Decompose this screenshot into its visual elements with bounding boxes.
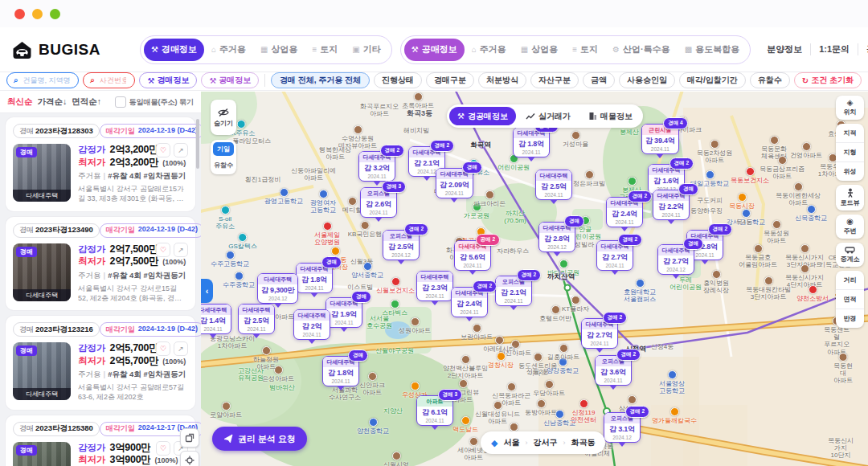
map-canvas[interactable]: SK주유소 플라잉모터스 수명산동원 데자뷰아파트 화곡푸르지오 아파트 화곡3…: [201, 92, 868, 466]
auction-price-marker[interactable]: 경매 다세대주택 감 1.9억 2024.11: [326, 297, 362, 328]
checkbox[interactable]: [115, 96, 126, 108]
auction-price-marker[interactable]: 다세대주택 감 2억 2024.11: [293, 309, 330, 340]
auction-price-marker[interactable]: 경매 다세대주택 감 2.2억 2024.11: [653, 190, 690, 220]
auction-price-marker[interactable]: 경매 2 오피스텔 감 2.5억 2024.12: [383, 230, 420, 260]
relay-station-button[interactable]: 중계소: [836, 243, 864, 267]
breadcrumb-district[interactable]: 강서구: [533, 437, 557, 448]
measure-radius-button[interactable]: 반경: [836, 309, 864, 328]
favorite-heart-icon[interactable]: ♡: [156, 341, 170, 356]
filter-chip[interactable]: 경매구분: [426, 72, 474, 88]
filter-chip[interactable]: 자산구분: [530, 72, 579, 88]
favorite-heart-icon[interactable]: ♡: [156, 441, 170, 456]
auction-info-filter-button[interactable]: ⚒ 경매정보: [139, 72, 197, 88]
sidebar-collapse-handle[interactable]: ‹: [201, 279, 213, 303]
keyword-search-input[interactable]: [22, 76, 72, 85]
satellite-layer-button[interactable]: 위성: [836, 161, 864, 181]
open-external-icon[interactable]: ↗: [174, 243, 188, 257]
listing-card[interactable]: 경매2023타경125380 매각기일2024-12-17 (D-40) 경매 …: [6, 415, 195, 466]
nav-item[interactable]: ▦ 상업용: [514, 39, 565, 61]
my-location-button[interactable]: ◈ 위치: [836, 96, 864, 120]
nav-item[interactable]: ▣ 기타: [345, 39, 387, 61]
nav-item[interactable]: ⚙ 산업·특수용: [605, 39, 678, 61]
auction-price-marker[interactable]: 경매 4 근린시설 감 39.4억 2024.11: [641, 124, 679, 154]
auction-price-marker[interactable]: 경매 2 다세대주택 감 1.8억 2024.11: [513, 127, 550, 157]
rights-analysis-request-button[interactable]: 권리 분석 요청: [212, 427, 307, 451]
nav-item[interactable]: ▩ 용도복합용: [678, 39, 747, 61]
auction-price-marker[interactable]: 경매 3 아파트 감 6.1억 2024.11: [416, 395, 453, 426]
cadastral-layer-button[interactable]: 지적: [836, 124, 864, 142]
nav-item[interactable]: ⚒ 경매정보: [144, 39, 204, 61]
window-close-button[interactable]: [14, 9, 25, 19]
nav-item[interactable]: ▦ 상업용: [253, 39, 305, 61]
auction-price-marker[interactable]: 다세대주택 감 2.3억 2024.11: [416, 271, 453, 301]
scope-filter-pill[interactable]: 경매 전체, 주거용 전체: [271, 72, 370, 88]
auction-price-marker[interactable]: 경매 다세대주택 감 2.8억 2024.12: [538, 222, 575, 252]
current-location-button[interactable]: [180, 451, 199, 466]
listing-card[interactable]: 경매2023타경123216 매각기일2024-12-19 (D-42) 경매 …: [6, 316, 195, 410]
window-zoom-button[interactable]: [50, 9, 60, 19]
roadview-button[interactable]: 로드뷰: [836, 185, 864, 211]
auction-price-marker[interactable]: 경매 2 다세대주택 감 2.4억 2024.11: [606, 197, 643, 227]
sidebar-scrollbar[interactable]: [196, 119, 199, 169]
filter-chip[interactable]: 유찰수: [750, 72, 790, 88]
nearby-button[interactable]: ◉ 주변: [836, 215, 864, 239]
auction-price-marker[interactable]: 다세대주택 감 1.4억 2024.11: [201, 304, 231, 334]
auction-price-marker[interactable]: 경매 다세대주택 감 1.8억 2024.11: [296, 263, 333, 293]
filter-chip[interactable]: 매각/입찰기간: [679, 72, 746, 88]
auction-price-marker[interactable]: 경매 다세대주택 감 1.8억 2024.11: [322, 356, 359, 386]
auction-price-marker[interactable]: 경매 2 오피스텔 감 2.1억 2024.11: [495, 276, 532, 306]
mode-failcount-button[interactable]: 유찰수: [213, 158, 234, 172]
sort-option[interactable]: 면적순↑: [72, 96, 101, 108]
listing-card[interactable]: 경매2023타경128303 매각기일2024-12-19 (D-42) 경매 …: [6, 117, 195, 211]
sort-option[interactable]: 최신순: [7, 96, 33, 108]
favorite-heart-icon[interactable]: ♡: [156, 143, 170, 157]
case-number-input[interactable]: [98, 76, 129, 85]
nav-item[interactable]: ⌂ 주거용: [204, 39, 253, 61]
quick-link[interactable]: 분양정보: [759, 43, 811, 55]
tab-real-transactions[interactable]: 실거래가: [518, 107, 579, 125]
mode-date-button[interactable]: 기일: [213, 142, 234, 156]
public-sale-filter-button[interactable]: ⚒ 공매정보: [201, 72, 259, 88]
quick-link[interactable]: 1:1문의: [811, 43, 858, 55]
auction-price-marker[interactable]: 경매 다세대주택 감 2.7억 2024.12: [657, 244, 694, 275]
sort-option[interactable]: 가격순↓: [38, 96, 68, 108]
reset-filters-button[interactable]: ↻ 조건 초기화: [794, 72, 862, 88]
auction-price-marker[interactable]: 경매 2 오피스텔 감 3.1억 2024.12: [604, 412, 641, 443]
nav-item[interactable]: ≡ 토지: [565, 39, 605, 61]
breadcrumb-neighborhood[interactable]: 화곡동: [571, 437, 595, 448]
group-duplicates-checkbox[interactable]: 동일매물(주소) 묶기: [115, 96, 194, 108]
nav-item[interactable]: ⌂ 주거용: [465, 39, 514, 61]
export-view-button[interactable]: [180, 428, 199, 448]
favorite-heart-icon[interactable]: ♡: [156, 243, 170, 257]
open-external-icon[interactable]: ↗: [174, 341, 188, 356]
filter-chip[interactable]: 처분방식: [478, 72, 526, 88]
open-external-icon[interactable]: ↗: [174, 143, 188, 157]
auction-price-marker[interactable]: 경매 2 다세대주택 감 3.2억 2024.11: [358, 151, 395, 182]
filter-chip[interactable]: 진행상태: [374, 72, 422, 88]
brand-logo[interactable]: BUGISA: [11, 40, 132, 59]
nav-item[interactable]: ≡ 토지: [305, 39, 345, 61]
listing-card[interactable]: 경매2023타경123490 매각기일2024-12-19 (D-42) 경매 …: [6, 217, 195, 311]
auction-price-marker[interactable]: 다세대주택 감 2.5억 2024.11: [535, 170, 572, 200]
breadcrumb-city[interactable]: 서울: [503, 437, 519, 448]
filter-chip[interactable]: 금액: [583, 72, 615, 88]
quick-link[interactable]: 공지사항: [858, 43, 868, 55]
auction-price-marker[interactable]: 경매 2 다세대주택 감 2.4억 2024.11: [451, 287, 488, 317]
measure-distance-button[interactable]: 거리: [836, 271, 864, 289]
keyword-search-field[interactable]: ⌕: [6, 72, 79, 88]
measure-area-button[interactable]: 면적: [836, 289, 864, 309]
window-minimize-button[interactable]: [32, 9, 43, 19]
auction-price-marker[interactable]: 다세대주택 감 9,300만 2024.12: [257, 273, 298, 304]
hide-markers-button[interactable]: 숨기기: [211, 100, 236, 135]
auction-price-marker[interactable]: 경매 2 다세대주택 감 2.7억 2024.11: [596, 240, 633, 271]
auction-price-marker[interactable]: 경매 다세대주택 감 2.09억 2024.11: [436, 168, 473, 198]
auction-price-marker[interactable]: 다세대주택 감 2.5억 2024.11: [238, 304, 275, 334]
filter-chip[interactable]: 사용승인일: [619, 72, 675, 88]
tab-listings-info[interactable]: 매물정보: [580, 107, 641, 125]
terrain-layer-button[interactable]: 지형: [836, 142, 864, 161]
nav-item[interactable]: ⚒ 공매정보: [404, 39, 465, 61]
case-number-search-field[interactable]: ⌕: [83, 72, 135, 88]
auction-price-marker[interactable]: 경매 2 다세대주택 감 2.7억 2024.11: [581, 318, 618, 349]
auction-price-marker[interactable]: 공매 2 다세대주택 감 5.6억 2024.11: [454, 240, 491, 271]
auction-price-marker[interactable]: 경매 2 오피스텔 감 3.6억 2024.11: [595, 355, 632, 386]
